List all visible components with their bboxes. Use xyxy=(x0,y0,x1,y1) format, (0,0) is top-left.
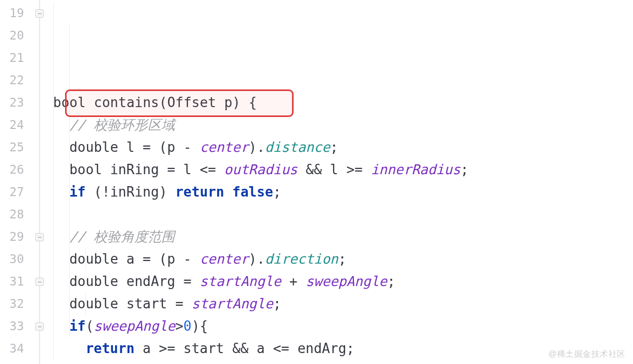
line-number: 21 xyxy=(0,47,31,69)
fold-row: − xyxy=(31,315,48,337)
code-token: // 校验环形区域 xyxy=(69,117,175,133)
code-line[interactable]: bool inRing = l <= outRadius && l >= inn… xyxy=(53,159,633,181)
fold-row xyxy=(31,337,48,360)
code-token: return xyxy=(175,184,224,200)
line-number: 24 xyxy=(0,114,31,136)
code-token: ; xyxy=(338,251,347,267)
fold-row xyxy=(31,92,48,114)
fold-row xyxy=(31,47,48,69)
code-line[interactable]: if(sweepAngle>0){ xyxy=(53,315,633,337)
line-number: 29 xyxy=(0,226,31,248)
code-token: ). xyxy=(249,139,265,155)
code-line[interactable]: bool contains(Offset p) { xyxy=(53,92,633,114)
code-token: innerRadius xyxy=(371,162,460,177)
line-number-gutter: 19202122232425262728293031323334 xyxy=(0,0,31,364)
code-token: a >= start && a <= endArg; xyxy=(134,341,355,356)
code-token: center xyxy=(200,251,249,267)
fold-row xyxy=(31,248,48,270)
line-number: 31 xyxy=(0,270,31,293)
code-token: 0 xyxy=(183,318,192,334)
code-token: double a = (p - xyxy=(69,251,199,267)
code-line[interactable]: double a = (p - center).direction; xyxy=(53,248,633,270)
code-token: ( xyxy=(86,318,94,334)
line-number: 19 xyxy=(0,2,31,24)
code-token: distance xyxy=(265,139,330,155)
code-token: outRadius xyxy=(224,162,298,177)
code-token: ; xyxy=(273,184,282,200)
code-token: ; xyxy=(330,139,338,155)
fold-row: − xyxy=(31,270,48,293)
code-token: > xyxy=(175,318,184,334)
line-number: 32 xyxy=(0,293,31,315)
code-line[interactable] xyxy=(53,203,633,226)
line-number: 27 xyxy=(0,181,31,203)
fold-row: − xyxy=(31,2,48,24)
fold-handle-icon[interactable]: − xyxy=(35,278,44,286)
code-token: double start = xyxy=(69,296,192,311)
code-editor: 19202122232425262728293031323334 −−−− bo… xyxy=(0,0,633,364)
fold-row xyxy=(31,203,48,226)
fold-handle-open-icon[interactable]: − xyxy=(35,9,44,18)
code-token: startAngle xyxy=(192,296,273,311)
code-line[interactable]: }else{ xyxy=(53,360,633,364)
code-token: && l >= xyxy=(298,162,371,177)
fold-row xyxy=(31,69,48,92)
code-token xyxy=(224,184,233,200)
line-number: 26 xyxy=(0,159,31,181)
code-line[interactable]: double l = (p - center).distance; xyxy=(53,136,633,159)
code-token: ). xyxy=(249,251,265,267)
code-token: false xyxy=(232,184,273,200)
code-line[interactable]: double start = startAngle; xyxy=(53,293,633,315)
code-token: startAngle xyxy=(200,274,282,289)
line-number: 22 xyxy=(0,69,31,92)
code-token: + xyxy=(281,274,306,289)
line-number: 34 xyxy=(0,337,31,360)
code-token: ; xyxy=(273,296,282,311)
fold-row xyxy=(31,159,48,181)
code-line[interactable]: return a >= start && a <= endArg; xyxy=(53,337,633,360)
code-token: return xyxy=(85,341,134,356)
line-number: 25 xyxy=(0,136,31,159)
line-number: 23 xyxy=(0,92,31,114)
line-number: 30 xyxy=(0,248,31,270)
fold-handle-icon[interactable]: − xyxy=(35,233,44,241)
code-token: sweepAngle xyxy=(306,274,387,289)
fold-row xyxy=(31,24,48,47)
code-token: sweepAngle xyxy=(94,318,175,334)
fold-row xyxy=(31,114,48,136)
code-token: if xyxy=(69,318,85,334)
fold-row xyxy=(31,136,48,159)
code-line[interactable]: // 校验角度范围 xyxy=(53,226,633,248)
code-line[interactable]: if (!inRing) return false; xyxy=(53,181,633,203)
code-line[interactable]: // 校验环形区域 xyxy=(53,114,633,136)
fold-row xyxy=(31,293,48,315)
code-token: double endArg = xyxy=(69,274,199,289)
line-number: 28 xyxy=(0,203,31,226)
fold-row: − xyxy=(31,226,48,248)
line-number: 33 xyxy=(0,315,31,337)
fold-column: −−−− xyxy=(31,0,49,364)
fold-handle-icon[interactable]: − xyxy=(35,322,44,331)
code-token: ; xyxy=(461,162,469,177)
code-token: ; xyxy=(387,274,396,289)
code-token: // 校验角度范围 xyxy=(69,229,175,244)
code-token: bool inRing = l <= xyxy=(69,162,224,177)
code-area[interactable]: bool contains(Offset p) {// 校验环形区域double… xyxy=(49,0,633,364)
code-token: bool contains(Offset p) { xyxy=(53,95,257,110)
code-token: ){ xyxy=(192,318,208,334)
code-token: direction xyxy=(265,251,338,267)
code-token: (!inRing) xyxy=(86,184,175,200)
code-token: double l = (p - xyxy=(69,139,199,155)
fold-row xyxy=(31,181,48,203)
code-line[interactable]: double endArg = startAngle + sweepAngle; xyxy=(53,270,633,293)
code-token: center xyxy=(200,139,249,155)
code-token: if xyxy=(69,184,85,200)
line-number: 20 xyxy=(0,24,31,47)
